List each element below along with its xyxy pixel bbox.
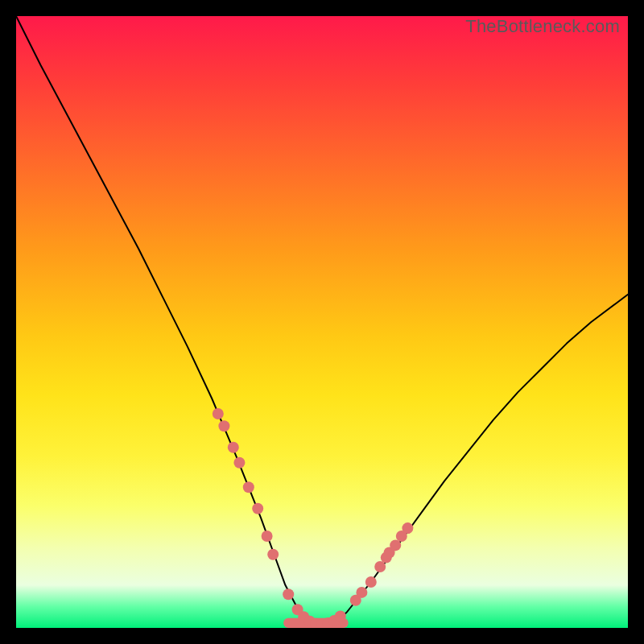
right-ascent-markers-point [356,587,367,598]
right-ascent-markers-point [390,539,401,551]
left-descent-markers-point [233,457,245,469]
left-descent-markers-point [262,530,273,542]
left-descent-markers-point [213,408,224,419]
right-ascent-markers-point [402,522,413,534]
watermark-text: TheBottleneck.com [465,16,620,37]
left-descent-markers-point [228,442,239,453]
left-descent-markers-point [243,481,254,493]
left-descent-markers-point [252,503,263,514]
chart-frame: TheBottleneck.com [0,0,644,644]
chart-svg [16,16,628,628]
right-ascent-markers-point [374,561,386,572]
trough-markers-point [283,588,294,600]
right-ascent-markers-point [365,576,377,588]
trough-markers-point [335,611,346,622]
left-descent-markers-point [218,420,229,431]
plot-area: TheBottleneck.com [16,16,628,628]
bottleneck-curve [16,16,628,625]
left-descent-markers-point [267,549,279,560]
